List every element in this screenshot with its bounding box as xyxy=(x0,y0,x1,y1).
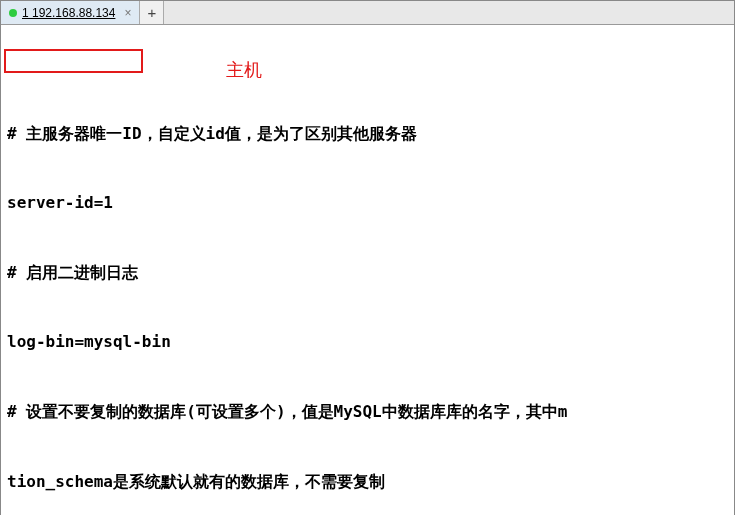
code-line: # 启用二进制日志 xyxy=(7,261,728,284)
code-line: # 设置不要复制的数据库(可设置多个)，值是MySQL中数据库库的名字，其中m xyxy=(7,400,728,423)
code-line: # 主服务器唯一ID，自定义id值，是为了区别其他服务器 xyxy=(7,122,728,145)
plus-icon: + xyxy=(148,4,157,21)
code-line: tion_schema是系统默认就有的数据库，不需要复制 xyxy=(7,470,728,493)
tab-host-134[interactable]: 1 192.168.88.134 × xyxy=(1,1,140,24)
terminal-window-1: 1 192.168.88.134 × + 主机 # 主服务器唯一ID，自定义id… xyxy=(0,0,735,515)
tab-bar: 1 192.168.88.134 × + xyxy=(1,1,734,25)
code-line: log-bin=mysql-bin xyxy=(7,330,728,353)
new-tab-button[interactable]: + xyxy=(140,1,164,24)
editor-content[interactable]: 主机 # 主服务器唯一ID，自定义id值，是为了区别其他服务器 server-i… xyxy=(1,25,734,515)
code-line: server-id=1 xyxy=(7,191,728,214)
status-dot-icon xyxy=(9,9,17,17)
highlight-box xyxy=(4,49,143,73)
annotation-label-master: 主机 xyxy=(226,57,262,83)
tab-title-text: 1 192.168.88.134 xyxy=(22,6,115,20)
close-icon[interactable]: × xyxy=(124,6,131,20)
tab-title: 1 192.168.88.134 xyxy=(22,6,115,20)
